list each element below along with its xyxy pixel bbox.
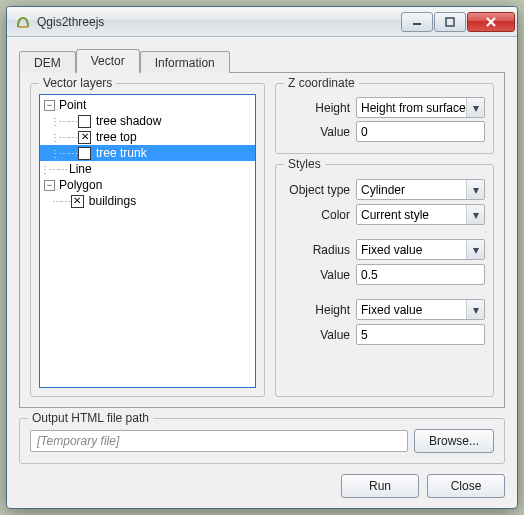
tab-dem[interactable]: DEM	[19, 51, 76, 73]
placeholder-text: [Temporary file]	[37, 434, 119, 448]
input-value: 0.5	[361, 268, 378, 282]
app-icon	[15, 14, 31, 30]
layer-label: tree trunk	[94, 146, 149, 160]
tree-node-label: Polygon	[57, 178, 104, 192]
color-combo[interactable]: Current style ▾	[356, 204, 485, 225]
layer-checkbox[interactable]: ✕	[71, 195, 84, 208]
combo-value: Fixed value	[361, 243, 422, 257]
height-value-input[interactable]: 5	[356, 324, 485, 345]
titlebar[interactable]: Qgis2threejs	[7, 7, 517, 37]
z-height-combo[interactable]: Height from surface ▾	[356, 97, 485, 118]
tree-branch-icon: ⋮⋯⋯	[50, 132, 77, 143]
tree-branch-icon: ⋮⋯⋯	[40, 164, 67, 175]
object-type-combo[interactable]: Cylinder ▾	[356, 179, 485, 200]
layer-label: tree shadow	[94, 114, 163, 128]
input-value: 0	[361, 125, 368, 139]
dialog-buttons: Run Close	[19, 474, 505, 498]
layer-label: tree top	[94, 130, 139, 144]
z-value-label: Value	[284, 125, 356, 139]
chevron-down-icon: ▾	[466, 240, 484, 259]
radius-mode-combo[interactable]: Fixed value ▾	[356, 239, 485, 260]
svg-rect-2	[446, 18, 454, 26]
color-label: Color	[284, 208, 356, 222]
window-title: Qgis2threejs	[37, 15, 400, 29]
tab-information[interactable]: Information	[140, 51, 230, 73]
close-button[interactable]: Close	[427, 474, 505, 498]
z-value-input[interactable]: 0	[356, 121, 485, 142]
right-column: Z coordinate Height Height from surface …	[275, 83, 494, 397]
dialog-content: DEM Vector Information Vector layers − P…	[7, 37, 517, 508]
svg-rect-0	[18, 26, 28, 28]
window-buttons	[400, 12, 515, 32]
layer-checkbox[interactable]: ✕	[78, 131, 91, 144]
close-window-button[interactable]	[467, 12, 515, 32]
vector-layers-legend: Vector layers	[39, 76, 116, 90]
tree-node-line[interactable]: ⋮⋯⋯ Line	[40, 161, 255, 177]
browse-button[interactable]: Browse...	[414, 429, 494, 453]
output-path-input[interactable]: [Temporary file]	[30, 430, 408, 452]
object-type-label: Object type	[284, 183, 356, 197]
svg-rect-1	[413, 23, 421, 25]
tab-panel-vector: Vector layers − Point ⋮⋯⋯ tree shadow	[19, 72, 505, 408]
layer-checkbox[interactable]	[78, 115, 91, 128]
layer-tree[interactable]: − Point ⋮⋯⋯ tree shadow ⋮⋯⋯ ✕ tree top	[39, 94, 256, 388]
z-coordinate-group: Z coordinate Height Height from surface …	[275, 83, 494, 154]
vector-layers-group: Vector layers − Point ⋮⋯⋯ tree shadow	[30, 83, 265, 397]
tree-branch-icon: ⋮⋯⋯	[50, 148, 77, 159]
radius-value-label: Value	[284, 268, 356, 282]
styles-group: Styles Object type Cylinder ▾ Color Curr…	[275, 164, 494, 397]
tree-branch-icon: ⋯⋯	[50, 196, 70, 207]
collapse-icon[interactable]: −	[44, 180, 55, 191]
height-mode-combo[interactable]: Fixed value ▾	[356, 299, 485, 320]
chevron-down-icon: ▾	[466, 205, 484, 224]
radius-mode-label: Radius	[284, 243, 356, 257]
tree-node-point[interactable]: − Point	[40, 97, 255, 113]
combo-value: Cylinder	[361, 183, 405, 197]
tree-node-label: Point	[57, 98, 88, 112]
minimize-button[interactable]	[401, 12, 433, 32]
output-legend: Output HTML file path	[28, 411, 153, 425]
styles-legend: Styles	[284, 157, 325, 171]
tab-vector[interactable]: Vector	[76, 49, 140, 73]
chevron-down-icon: ▾	[466, 180, 484, 199]
combo-value: Fixed value	[361, 303, 422, 317]
collapse-icon[interactable]: −	[44, 100, 55, 111]
bottom-area: Output HTML file path [Temporary file] B…	[19, 418, 505, 498]
z-height-label: Height	[284, 101, 356, 115]
z-legend: Z coordinate	[284, 76, 359, 90]
tree-node-polygon[interactable]: − Polygon	[40, 177, 255, 193]
radius-value-input[interactable]: 0.5	[356, 264, 485, 285]
input-value: 5	[361, 328, 368, 342]
run-button[interactable]: Run	[341, 474, 419, 498]
combo-value: Height from surface	[361, 101, 466, 115]
combo-value: Current style	[361, 208, 429, 222]
tree-item[interactable]: ⋮⋯⋯ ✕ tree top	[40, 129, 255, 145]
tree-item[interactable]: ⋮⋯⋯ ✕ tree trunk	[40, 145, 255, 161]
height-value-label: Value	[284, 328, 356, 342]
chevron-down-icon: ▾	[466, 98, 484, 117]
tree-node-label: Line	[67, 162, 94, 176]
tree-item[interactable]: ⋯⋯ ✕ buildings	[40, 193, 255, 209]
tree-branch-icon: ⋮⋯⋯	[50, 116, 77, 127]
dialog-window: Qgis2threejs DEM Vector Information Vect…	[6, 6, 518, 509]
layer-checkbox[interactable]: ✕	[78, 147, 91, 160]
chevron-down-icon: ▾	[466, 300, 484, 319]
tab-bar: DEM Vector Information	[19, 49, 505, 73]
left-column: Vector layers − Point ⋮⋯⋯ tree shadow	[30, 83, 265, 397]
maximize-button[interactable]	[434, 12, 466, 32]
output-path-group: Output HTML file path [Temporary file] B…	[19, 418, 505, 464]
layer-label: buildings	[87, 194, 138, 208]
height-mode-label: Height	[284, 303, 356, 317]
tree-item[interactable]: ⋮⋯⋯ tree shadow	[40, 113, 255, 129]
